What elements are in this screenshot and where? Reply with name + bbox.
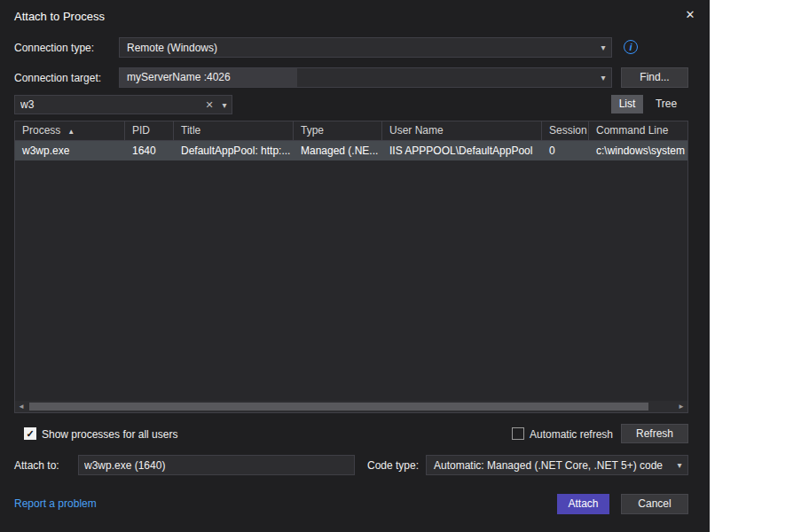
- chevron-down-icon[interactable]: ▾: [217, 100, 232, 110]
- table-row-selected[interactable]: w3wp.exe 1640 DefaultAppPool: http:... M…: [15, 141, 687, 160]
- automatic-refresh-label[interactable]: Automatic refresh: [530, 428, 613, 441]
- info-icon[interactable]: i: [624, 40, 638, 54]
- column-header-session[interactable]: Session: [542, 121, 589, 140]
- close-icon[interactable]: ✕: [683, 8, 697, 22]
- column-header-process[interactable]: Process▲: [15, 121, 125, 140]
- attach-to-label: Attach to:: [14, 459, 59, 472]
- check-icon: ✓: [26, 428, 34, 439]
- dialog-title: Attach to Process: [14, 10, 105, 23]
- cell-user-name: IIS APPPOOL\DefaultAppPool: [382, 141, 542, 160]
- code-type-value: Automatic: Managed (.NET Core, .NET 5+) …: [427, 459, 672, 472]
- column-header-command-line[interactable]: Command Line: [589, 121, 687, 140]
- find-button[interactable]: Find...: [621, 67, 688, 88]
- report-a-problem-link[interactable]: Report a problem: [14, 497, 97, 510]
- connection-target-value: myServerName :4026: [120, 68, 297, 87]
- show-all-users-checkbox[interactable]: ✓: [24, 427, 36, 440]
- cell-process: w3wp.exe: [15, 141, 125, 160]
- horizontal-scrollbar[interactable]: ◄ ►: [15, 401, 687, 412]
- scrollbar-track[interactable]: [27, 401, 675, 412]
- attach-to-process-dialog: Attach to Process ✕ Connection type: Rem…: [0, 0, 710, 532]
- connection-type-label: Connection type:: [14, 42, 94, 54]
- chevron-down-icon: ▾: [672, 460, 687, 470]
- screen: Attach to Process ✕ Connection type: Rem…: [0, 0, 809, 532]
- chevron-down-icon: ▾: [595, 73, 611, 82]
- cell-title: DefaultAppPool: http:...: [174, 141, 294, 160]
- column-header-title[interactable]: Title: [174, 121, 294, 140]
- sort-ascending-icon: ▲: [67, 128, 75, 136]
- attach-button[interactable]: Attach: [557, 494, 609, 514]
- column-header-type[interactable]: Type: [294, 121, 382, 140]
- cancel-button[interactable]: Cancel: [621, 494, 688, 514]
- column-header-label: Process: [22, 124, 60, 137]
- connection-target-dropdown[interactable]: myServerName :4026 ▾: [119, 67, 612, 88]
- cell-session: 0: [542, 141, 589, 160]
- chevron-down-icon: ▾: [595, 43, 611, 52]
- scrollbar-thumb[interactable]: [29, 403, 648, 411]
- process-table: Process▲ PID Title Type User Name Sessio…: [14, 121, 688, 413]
- connection-type-value: Remote (Windows): [120, 42, 595, 54]
- process-filter-box: ✕ ▾: [14, 95, 232, 114]
- view-toggle-list[interactable]: List: [611, 95, 643, 113]
- table-header: Process▲ PID Title Type User Name Sessio…: [15, 121, 687, 141]
- view-toggle-tree[interactable]: Tree: [648, 95, 684, 113]
- automatic-refresh-checkbox[interactable]: [512, 427, 524, 440]
- column-header-user-name[interactable]: User Name: [382, 121, 542, 140]
- cell-command-line: c:\windows\system: [589, 141, 687, 160]
- show-all-users-label[interactable]: Show processes for all users: [42, 428, 177, 441]
- info-icon-glyph: i: [629, 42, 632, 52]
- connection-target-label: Connection target:: [14, 72, 101, 84]
- process-filter-input[interactable]: [15, 98, 201, 111]
- scroll-right-icon[interactable]: ►: [675, 401, 687, 412]
- code-type-dropdown[interactable]: Automatic: Managed (.NET Core, .NET 5+) …: [426, 455, 688, 475]
- code-type-label: Code type:: [367, 459, 419, 472]
- attach-to-input[interactable]: [78, 455, 355, 475]
- column-header-pid[interactable]: PID: [125, 121, 174, 140]
- scroll-left-icon[interactable]: ◄: [15, 401, 27, 412]
- clear-filter-icon[interactable]: ✕: [201, 99, 217, 111]
- refresh-button[interactable]: Refresh: [621, 424, 688, 443]
- cell-type: Managed (.NE...: [294, 141, 382, 160]
- cell-pid: 1640: [125, 141, 174, 160]
- connection-type-dropdown[interactable]: Remote (Windows) ▾: [119, 37, 612, 58]
